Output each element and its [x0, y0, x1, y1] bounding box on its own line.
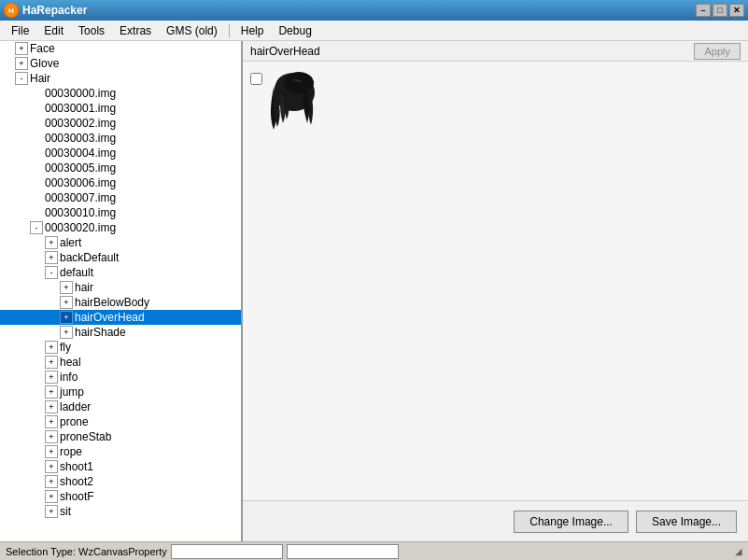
- list-item[interactable]: 00030000.img: [0, 86, 241, 101]
- tree-item-default[interactable]: - default: [0, 265, 241, 280]
- title-bar: H HaRepacker – □ ✕: [0, 0, 748, 21]
- expand-icon-backdefault[interactable]: +: [45, 251, 58, 264]
- minimize-button[interactable]: –: [696, 4, 711, 17]
- tree-label-face: Face: [30, 42, 55, 55]
- right-panel: hairOverHead Apply: [243, 41, 748, 541]
- tree-item-face[interactable]: + Face: [0, 41, 241, 56]
- apply-button[interactable]: Apply: [694, 43, 741, 60]
- image-area: [243, 62, 748, 500]
- bottom-buttons: Change Image... Save Image...: [243, 500, 748, 541]
- tree-item-backdefault[interactable]: + backDefault: [0, 250, 241, 265]
- expand-icon-rope[interactable]: +: [45, 445, 58, 458]
- image-checkbox[interactable]: [250, 73, 262, 85]
- status-field-1: [171, 544, 283, 559]
- tree-item-pronestab[interactable]: + proneStab: [0, 429, 241, 444]
- list-item[interactable]: 00030005.img: [0, 161, 241, 175]
- tree-item-hairshade[interactable]: + hairShade: [0, 325, 241, 340]
- tree-item-hairbelowbody[interactable]: + hairBelowBody: [0, 295, 241, 310]
- tree-item-ladder[interactable]: + ladder: [0, 399, 241, 414]
- expand-icon-fly[interactable]: +: [45, 341, 58, 354]
- expand-icon-hair[interactable]: -: [15, 72, 28, 85]
- expand-icon-shoot1[interactable]: +: [45, 460, 58, 473]
- tree-item-jump[interactable]: + jump: [0, 385, 241, 399]
- expand-icon-heal[interactable]: +: [45, 356, 58, 369]
- close-button[interactable]: ✕: [729, 4, 744, 17]
- expand-icon-sit[interactable]: +: [45, 505, 58, 518]
- list-item[interactable]: 00030006.img: [0, 175, 241, 190]
- status-field-2: [287, 544, 399, 559]
- menu-debug[interactable]: Debug: [271, 21, 318, 40]
- expand-icon-hair-node[interactable]: +: [60, 281, 73, 294]
- list-item[interactable]: 00030002.img: [0, 116, 241, 131]
- menu-help[interactable]: Help: [233, 21, 272, 40]
- tree-label-backdefault: backDefault: [60, 251, 119, 264]
- main-container: + Face + Glove - Hair 00030000.img 00030…: [0, 41, 748, 560]
- tree-label-default: default: [60, 266, 93, 279]
- menu-file[interactable]: File: [4, 21, 36, 40]
- expand-icon-hairbelowbody[interactable]: +: [60, 296, 73, 309]
- expand-icon-glove[interactable]: +: [15, 57, 28, 70]
- tree-item-img20[interactable]: - 00030020.img: [0, 220, 241, 235]
- right-header: hairOverHead Apply: [243, 41, 748, 62]
- tree-label-hairbelowbody: hairBelowBody: [75, 296, 149, 309]
- list-item[interactable]: 00030007.img: [0, 190, 241, 205]
- tree-label-alert: alert: [60, 236, 81, 249]
- content-area: + Face + Glove - Hair 00030000.img 00030…: [0, 41, 748, 541]
- list-item[interactable]: 00030001.img: [0, 101, 241, 116]
- tree-label: 00030003.img: [45, 132, 116, 145]
- tree-item-prone[interactable]: + prone: [0, 414, 241, 429]
- tree-item-shoot1[interactable]: + shoot1: [0, 459, 241, 474]
- expand-icon-shoot2[interactable]: +: [45, 475, 58, 488]
- tree-item-info[interactable]: + info: [0, 370, 241, 385]
- menu-bar: File Edit Tools Extras GMS (old) Help De…: [0, 21, 748, 41]
- change-image-button[interactable]: Change Image...: [514, 511, 628, 533]
- tree-label-hairshade: hairShade: [75, 326, 126, 339]
- tree-item-shootf[interactable]: + shootF: [0, 489, 241, 504]
- menu-tools[interactable]: Tools: [71, 21, 112, 40]
- tree-label-shootf: shootF: [60, 490, 94, 503]
- tree-item-shoot2[interactable]: + shoot2: [0, 474, 241, 489]
- expand-icon-img20[interactable]: -: [30, 221, 43, 234]
- expand-icon-info[interactable]: +: [45, 371, 58, 384]
- expand-icon-hairoverhead[interactable]: +: [60, 311, 73, 324]
- menu-extras[interactable]: Extras: [112, 21, 159, 40]
- tree-item-rope[interactable]: + rope: [0, 444, 241, 459]
- selected-item-label: hairOverHead: [250, 45, 320, 58]
- hair-preview-image: [266, 69, 322, 134]
- tree-label-fly: fly: [60, 341, 71, 354]
- tree-label: 00030004.img: [45, 147, 116, 160]
- tree-label: 00030001.img: [45, 102, 116, 115]
- list-item[interactable]: 00030003.img: [0, 131, 241, 146]
- tree-label: 00030007.img: [45, 191, 116, 204]
- tree-item-fly[interactable]: + fly: [0, 340, 241, 355]
- tree-item-hair[interactable]: - Hair: [0, 71, 241, 86]
- title-bar-buttons: – □ ✕: [696, 4, 744, 17]
- expand-icon-jump[interactable]: +: [45, 385, 58, 399]
- list-item[interactable]: 00030004.img: [0, 146, 241, 161]
- expand-icon-alert[interactable]: +: [45, 236, 58, 249]
- expand-icon-hairshade[interactable]: +: [60, 326, 73, 339]
- expand-icon-default[interactable]: -: [45, 266, 58, 279]
- expand-icon-shootf[interactable]: +: [45, 490, 58, 503]
- tree-label: 00030006.img: [45, 176, 116, 189]
- expand-icon-face[interactable]: +: [15, 42, 28, 55]
- tree-label: 00030010.img: [45, 206, 116, 219]
- save-image-button[interactable]: Save Image...: [636, 511, 737, 533]
- maximize-button[interactable]: □: [713, 4, 727, 17]
- expand-icon-pronestab[interactable]: +: [45, 430, 58, 443]
- tree-label-ladder: ladder: [60, 400, 91, 413]
- tree-item-hair-node[interactable]: + hair: [0, 280, 241, 295]
- tree-item-sit[interactable]: + sit: [0, 504, 241, 519]
- menu-separator: [229, 24, 230, 37]
- tree-panel[interactable]: + Face + Glove - Hair 00030000.img 00030…: [0, 41, 243, 541]
- menu-gms[interactable]: GMS (old): [159, 21, 225, 40]
- tree-item-glove[interactable]: + Glove: [0, 56, 241, 71]
- list-item[interactable]: 00030010.img: [0, 205, 241, 220]
- tree-item-hairoverhead[interactable]: + hairOverHead: [0, 310, 241, 325]
- tree-label-heal: heal: [60, 356, 81, 369]
- tree-item-alert[interactable]: + alert: [0, 235, 241, 250]
- menu-edit[interactable]: Edit: [36, 21, 71, 40]
- expand-icon-prone[interactable]: +: [45, 415, 58, 428]
- tree-item-heal[interactable]: + heal: [0, 355, 241, 370]
- expand-icon-ladder[interactable]: +: [45, 400, 58, 413]
